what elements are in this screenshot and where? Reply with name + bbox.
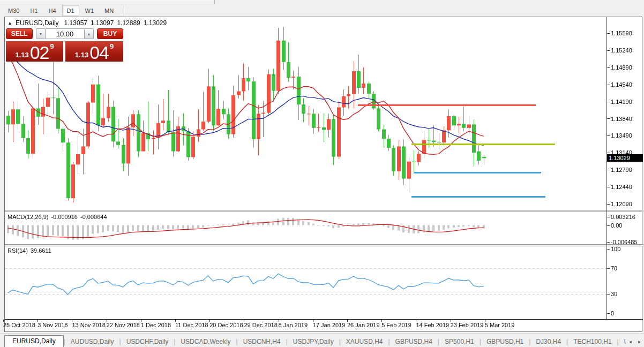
rsi-axis-tick: 100: [611, 246, 620, 252]
symbol-tab-eurusd[interactable]: EURUSD,Daily: [4, 335, 64, 347]
sell-price-pips: 02: [30, 44, 49, 61]
date-axis-label: 17 Jan 2019: [313, 322, 346, 328]
date-axis-label: 1 Dec 2018: [141, 322, 171, 328]
macd-axis-tick: 0.00: [611, 222, 622, 229]
macd-name: MACD(12,26,9): [8, 214, 48, 220]
bar-low-value: 1.12889: [117, 19, 140, 27]
symbol-tab-tech100[interactable]: TECH100,H1: [568, 336, 617, 347]
price-axis-tick: 1.15240: [611, 47, 632, 54]
rsi-value: 39.6611: [31, 247, 51, 254]
date-axis-label: 23 Feb 2019: [451, 322, 484, 328]
rsi-axis-tick: 0: [611, 310, 614, 316]
buy-price-big-figure: 1.13: [75, 50, 88, 61]
one-click-trading-panel: SELL ▼ ▲ BUY 1.13 02 9 1.13 04 9: [6, 28, 123, 62]
macd-rsi-pane-divider[interactable]: [5, 244, 643, 246]
symbol-tab-ukc[interactable]: UKC: [619, 336, 626, 347]
price-axis-tick: 1.12440: [611, 184, 632, 190]
date-axis-label: 26 Jan 2019: [347, 322, 380, 328]
date-axis-label: 25 Oct 2018: [3, 322, 35, 328]
macd-indicator-label: MACD(12,26,9) -0.000916 -0.000644: [8, 214, 107, 220]
terminal-window: M30H1H4D1W1MN ▲ EURUSD,Daily 1.13057 1.1…: [0, 0, 644, 347]
symbol-tab-xauusd[interactable]: XAUUSD,H4: [341, 336, 388, 347]
price-axis-tick: 1.12790: [611, 167, 632, 173]
date-axis-label: 22 Nov 2018: [107, 322, 140, 328]
date-axis-label: 8 Jan 2019: [279, 322, 308, 328]
symbol-tab-usdcad[interactable]: USDCAD,Weekly: [175, 336, 236, 347]
symbol-tab-gbpusd[interactable]: GBPUSD,H4: [390, 336, 438, 347]
date-axis-label: 13 Nov 2018: [72, 322, 105, 328]
symbol-tab-dj30[interactable]: DJ30,H4: [530, 336, 566, 347]
rsi-indicator-label: RSI(14) 39.6611: [8, 247, 51, 254]
date-axis-label: 29 Dec 2018: [244, 322, 277, 328]
symbol-tab-bar: EURUSD,Daily|AUDUSD,Daily|USDCHF,Daily|U…: [0, 333, 644, 347]
chart-symbol-period: EURUSD,Daily: [16, 19, 59, 27]
symbol-tab-audusd[interactable]: AUDUSD,Daily: [65, 336, 119, 347]
volume-decrease-icon[interactable]: ▼: [36, 28, 46, 39]
price-axis-tick: 1.13490: [611, 132, 632, 139]
bar-close-value: 1.13029: [144, 19, 167, 27]
volume-increase-icon[interactable]: ▲: [84, 28, 94, 39]
price-axis-tick: 1.14190: [611, 99, 632, 105]
macd-axis-tick: -0.006485: [611, 239, 638, 245]
volume-input[interactable]: [46, 28, 84, 39]
symbol-tab-usdchf[interactable]: USDCHF,Daily: [121, 336, 174, 347]
price-axis-separator: [606, 17, 607, 320]
price-axis-tick: 1.15590: [611, 30, 632, 36]
price-axis-tick: 1.14890: [611, 64, 632, 71]
bar-high-value: 1.13097: [91, 19, 114, 27]
rsi-date-axis-divider: [5, 319, 643, 320]
tab-scroll-left-icon[interactable]: ◂: [626, 337, 634, 346]
symbol-tab-strip: EURUSD,Daily|AUDUSD,Daily|USDCHF,Daily|U…: [0, 335, 626, 347]
bar-open-value: 1.13057: [64, 19, 87, 27]
collapse-trade-panel-icon[interactable]: ▲: [8, 20, 12, 26]
macd-axis-tick: 0.003216: [611, 214, 635, 220]
buy-price-panel[interactable]: 1.13 04 9: [65, 41, 123, 62]
sell-button[interactable]: SELL: [6, 28, 33, 39]
date-axis-label: 3 Nov 2018: [38, 322, 68, 328]
chart-title: ▲ EURUSD,Daily 1.13057 1.13097 1.12889 1…: [8, 19, 167, 27]
sell-price-big-figure: 1.13: [15, 50, 28, 61]
price-axis-tick: 1.12090: [611, 201, 632, 207]
buy-button[interactable]: BUY: [97, 28, 123, 39]
symbol-tab-sp500[interactable]: SP500,H1: [439, 336, 480, 347]
macd-value: -0.000916: [51, 214, 78, 220]
buy-price-pips: 04: [89, 44, 109, 61]
date-axis-label: 5 Feb 2019: [381, 322, 411, 328]
rsi-axis-tick: 30: [611, 291, 617, 297]
rsi-axis-tick: 70: [611, 265, 617, 271]
tab-scroll-right-icon[interactable]: ▸: [635, 337, 643, 346]
price-axis-tick: 1.13840: [611, 116, 632, 122]
symbol-tab-usdcnh[interactable]: USDCNH,H4: [238, 336, 286, 347]
symbol-tab-gbpusd[interactable]: GBPUSD,H1: [481, 336, 529, 347]
macd-signal-value: -0.000644: [80, 214, 107, 220]
date-axis-label: 20 Dec 2018: [209, 322, 243, 328]
date-axis-label: 11 Dec 2018: [175, 322, 208, 328]
rsi-name: RSI(14): [8, 247, 28, 254]
current-price-tag: 1.13029: [607, 154, 643, 162]
sell-price-pipette: 9: [50, 43, 54, 50]
symbol-tab-usdjpy[interactable]: USDJPY,Daily: [288, 336, 339, 347]
price-axis-tick: 1.14540: [611, 81, 632, 88]
buy-price-pipette: 9: [110, 43, 114, 50]
date-axis-label: 5 Mar 2019: [485, 322, 515, 328]
sell-price-panel[interactable]: 1.13 02 9: [6, 41, 63, 62]
main-macd-pane-divider[interactable]: [5, 210, 643, 212]
date-axis-label: 14 Feb 2019: [416, 322, 449, 328]
